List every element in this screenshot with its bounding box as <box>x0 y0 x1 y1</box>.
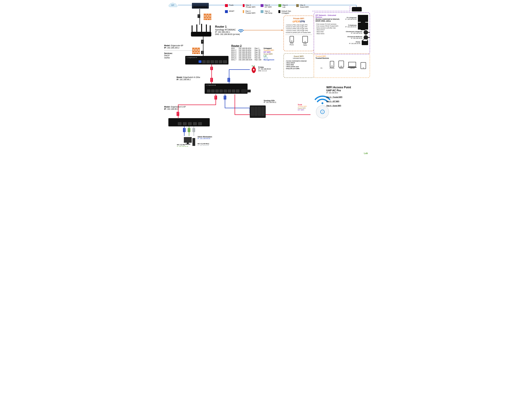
modem-icon <box>352 7 362 11</box>
router1-icon <box>189 24 213 39</box>
port-eth1: Eth1 <box>210 67 213 70</box>
ap-info: WIFI Access Point UAP AC Pro IP: 192.168… <box>326 86 351 107</box>
es5-info: Model: EdgeSwitch 5-XP IP: 192.168.99.3 <box>164 106 186 110</box>
router1-info: Router 1 Synology RT2600AC IP: 192.168.2… <box>215 25 240 35</box>
pihole-info: Pi-Hole IP: 192.168.99.63 Dns: 1.1.1.1 <box>258 66 271 72</box>
iot-box: IOT Network – Untrusted Devices Access r… <box>314 12 370 54</box>
es5-icon <box>168 118 210 126</box>
workstation-info: Admin Workstation IP: 192.168.99.50 <box>198 136 212 140</box>
svg-point-47 <box>254 66 255 67</box>
svg-rect-51 <box>192 138 195 146</box>
firewall-icon <box>192 48 200 54</box>
svg-rect-44 <box>210 26 211 32</box>
es150-icon: U | EdgeSwitch ▮ <box>205 83 248 94</box>
ap-trunk-legend: Trunk Trusted WIFI Guest WIFI IOT WIFI <box>298 104 307 111</box>
svg-text:U: U <box>322 111 323 113</box>
svg-rect-49 <box>187 143 189 144</box>
pihole-icon <box>250 65 257 74</box>
svg-rect-41 <box>196 25 197 32</box>
firewall-icon <box>204 14 211 20</box>
svg-rect-42 <box>201 24 202 32</box>
nas-info: Synology 918+ IP: 192.168.99.51 <box>264 100 276 103</box>
port-6-trunk: port 6 <box>214 96 217 99</box>
svg-marker-10 <box>282 30 283 31</box>
lab-tag: Lab <box>364 152 368 155</box>
port-wan: WAN <box>198 14 200 18</box>
port-lan1: Lan 1 <box>201 40 204 44</box>
svg-rect-40 <box>192 26 192 32</box>
port-eth0: Eth0 <box>201 51 204 54</box>
edgerouter-icon: U | EdgeRouter 6P <box>185 56 229 64</box>
svg-point-45 <box>240 32 241 33</box>
port-5-trunk: Port 5 <box>210 78 213 82</box>
wifi-icon <box>238 27 244 33</box>
svg-rect-39 <box>191 32 211 36</box>
trusted-wifi-box: Trusted WIFI Trusted Devices PC Phones T… <box>314 53 370 78</box>
port-2-ws: Port 2 <box>183 128 186 132</box>
uplink-switch-icon <box>192 3 209 9</box>
nas-icon <box>250 105 266 118</box>
guest-wifi-box: Guest WIFI Untrusted Devices - Access re… <box>283 53 314 78</box>
port-1-es5: Port 1 <box>177 112 179 116</box>
private-wifi-box: Private WIFI ⊙PENVPN - Access to Plex on… <box>283 16 314 51</box>
svg-rect-43 <box>206 25 207 32</box>
port-6-mgmt: port 6 <box>224 96 226 99</box>
port-4-ws: Port 4 <box>192 128 195 132</box>
svg-point-52 <box>321 102 323 104</box>
router2-info: Router 2 Eth1192.168.99.0/24Vlan 1Untagg… <box>231 44 277 61</box>
port-3-ws: Port 3 <box>188 128 190 132</box>
nic2-info: NIC 2 (LAB) IP: 192.168.50.49 <box>177 144 188 147</box>
es150-info: Model: EdgeSwitch 8-150w IP: 192.168.99.… <box>177 76 200 81</box>
nic3-info: NIC 3 (LAB Misc) IP: 192.168.60.50 <box>198 143 209 146</box>
legend: TrunkVlan X Private WIFIVlan X IOT WIFIV… <box>225 4 309 14</box>
port-5-mgmt: Port 5 <box>228 78 230 82</box>
svg-rect-48 <box>184 137 192 143</box>
